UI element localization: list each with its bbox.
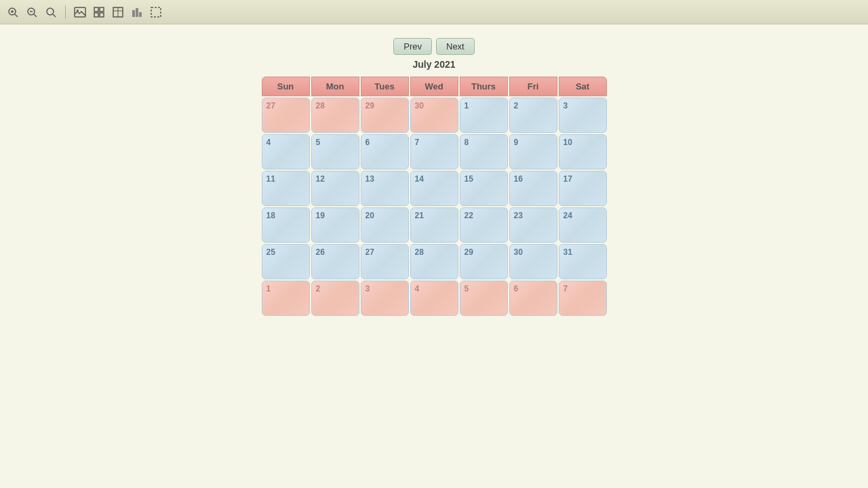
day-cell[interactable]: 29 xyxy=(361,98,409,133)
day-number: 26 xyxy=(316,247,325,257)
day-cell[interactable]: 16 xyxy=(509,171,557,206)
day-number: 29 xyxy=(366,101,374,110)
week-row: 1234567 xyxy=(262,281,607,316)
day-cell[interactable]: 17 xyxy=(559,171,607,206)
day-cell[interactable]: 4 xyxy=(262,134,310,169)
day-cell[interactable]: 31 xyxy=(559,244,607,279)
day-cell[interactable]: 4 xyxy=(410,281,458,316)
day-cell[interactable]: 20 xyxy=(361,207,409,243)
day-cell[interactable]: 21 xyxy=(410,207,458,243)
day-number: 12 xyxy=(316,174,325,184)
svg-rect-19 xyxy=(136,8,138,17)
header-wed: Wed xyxy=(410,77,458,96)
week-row: 27282930123 xyxy=(262,98,607,133)
zoom-in-icon[interactable] xyxy=(5,5,20,20)
day-number: 27 xyxy=(267,101,275,110)
day-number: 16 xyxy=(514,174,523,184)
zoom-fit-icon[interactable] xyxy=(43,5,58,20)
day-cell[interactable]: 23 xyxy=(509,207,557,243)
selection-icon[interactable] xyxy=(149,5,163,20)
day-cell[interactable]: 8 xyxy=(460,134,508,169)
day-number: 25 xyxy=(267,247,275,257)
day-cell[interactable]: 2 xyxy=(311,281,359,316)
day-number: 17 xyxy=(564,174,572,184)
day-number: 23 xyxy=(514,211,523,220)
day-cell[interactable]: 7 xyxy=(559,281,607,316)
day-cell[interactable]: 14 xyxy=(410,171,458,206)
day-cell[interactable]: 6 xyxy=(361,134,409,169)
day-number: 14 xyxy=(415,174,424,184)
week-row: 18192021222324 xyxy=(262,207,607,243)
day-number: 1 xyxy=(267,284,271,293)
day-cell[interactable]: 5 xyxy=(460,281,508,316)
day-cell[interactable]: 13 xyxy=(361,171,409,206)
header-tues: Tues xyxy=(361,77,409,96)
day-cell[interactable]: 25 xyxy=(262,244,310,279)
day-cell[interactable]: 19 xyxy=(311,207,359,243)
day-number: 4 xyxy=(267,138,271,147)
day-number: 8 xyxy=(465,138,469,147)
day-cell[interactable]: 6 xyxy=(509,281,557,316)
header-sun: Sun xyxy=(262,77,310,96)
table-icon[interactable] xyxy=(111,5,125,20)
calendar-wrapper: Prev Next July 2021 Sun Mon Tues Wed Thu… xyxy=(0,24,868,317)
day-number: 24 xyxy=(564,211,572,220)
day-number: 1 xyxy=(465,101,469,110)
day-cell[interactable]: 24 xyxy=(559,207,607,243)
day-cell[interactable]: 27 xyxy=(361,244,409,279)
day-number: 29 xyxy=(465,247,473,257)
day-cell[interactable]: 3 xyxy=(361,281,409,316)
day-cell[interactable]: 26 xyxy=(311,244,359,279)
svg-rect-14 xyxy=(100,13,104,17)
header-row: Sun Mon Tues Wed Thurs Fri Sat xyxy=(262,77,607,96)
svg-rect-21 xyxy=(151,7,161,17)
day-cell[interactable]: 9 xyxy=(509,134,557,169)
svg-line-5 xyxy=(34,14,37,17)
day-cell[interactable]: 22 xyxy=(460,207,508,243)
day-number: 30 xyxy=(514,247,523,257)
week-row: 25262728293031 xyxy=(262,244,607,279)
day-number: 5 xyxy=(465,284,469,293)
zoom-out-icon[interactable] xyxy=(24,5,39,20)
day-cell[interactable]: 1 xyxy=(262,281,310,316)
week-row: 11121314151617 xyxy=(262,171,607,206)
day-cell[interactable]: 3 xyxy=(559,98,607,133)
day-number: 3 xyxy=(564,101,568,110)
day-cell[interactable]: 1 xyxy=(460,98,508,133)
next-button[interactable]: Next xyxy=(436,38,475,55)
header-fri: Fri xyxy=(509,77,557,96)
day-cell[interactable]: 5 xyxy=(311,134,359,169)
day-number: 4 xyxy=(415,284,420,293)
grid-icon[interactable] xyxy=(92,5,106,20)
day-cell[interactable]: 7 xyxy=(410,134,458,169)
chart-icon[interactable] xyxy=(130,5,144,20)
svg-rect-12 xyxy=(100,7,104,12)
day-cell[interactable]: 15 xyxy=(460,171,508,206)
day-cell[interactable]: 28 xyxy=(311,98,359,133)
prev-button[interactable]: Prev xyxy=(393,38,432,55)
day-number: 10 xyxy=(564,138,572,147)
nav-buttons: Prev Next xyxy=(393,38,474,55)
month-title: July 2021 xyxy=(412,59,455,70)
svg-line-1 xyxy=(15,14,18,17)
day-cell[interactable]: 30 xyxy=(410,98,458,133)
day-cell[interactable]: 18 xyxy=(262,207,310,243)
day-cell[interactable]: 30 xyxy=(509,244,557,279)
day-number: 11 xyxy=(267,174,275,184)
day-cell[interactable]: 11 xyxy=(262,171,310,206)
day-number: 7 xyxy=(415,138,420,147)
day-cell[interactable]: 28 xyxy=(410,244,458,279)
toolbar xyxy=(0,0,868,24)
day-number: 2 xyxy=(514,101,519,110)
image-icon[interactable] xyxy=(73,5,87,20)
svg-point-7 xyxy=(47,8,54,15)
day-number: 20 xyxy=(366,211,374,220)
calendar-table: Sun Mon Tues Wed Thurs Fri Sat 272829301… xyxy=(260,75,608,317)
day-cell[interactable]: 10 xyxy=(559,134,607,169)
day-cell[interactable]: 27 xyxy=(262,98,310,133)
day-number: 5 xyxy=(316,138,321,147)
day-cell[interactable]: 2 xyxy=(509,98,557,133)
day-cell[interactable]: 29 xyxy=(460,244,508,279)
day-number: 31 xyxy=(564,247,572,257)
day-cell[interactable]: 12 xyxy=(311,171,359,206)
